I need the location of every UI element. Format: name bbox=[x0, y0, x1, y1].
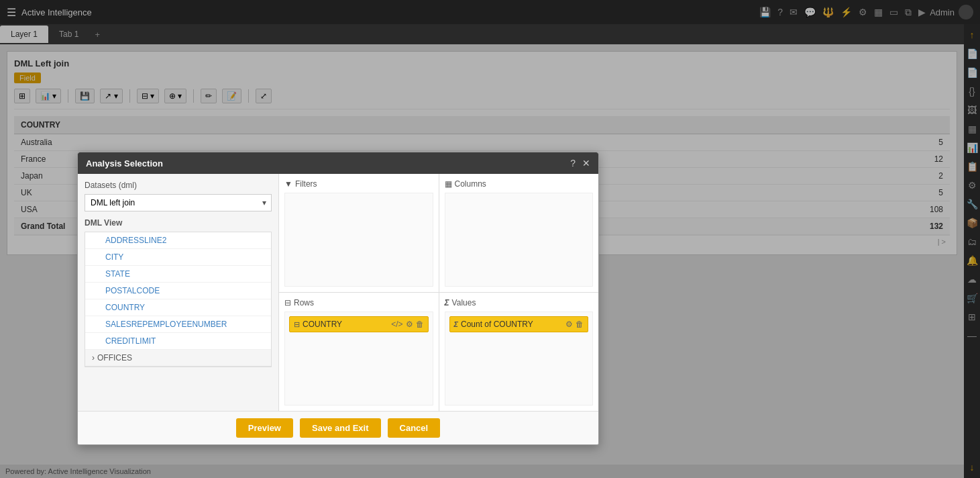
field-list: ADDRESSLINE2 CITY STATE POSTALCODE COUNT… bbox=[85, 232, 272, 367]
chip-value-settings-icon[interactable]: ⚙ bbox=[565, 320, 573, 329]
values-panel: Σ Values Σ Count of COUNTRY ⚙ 🗑 bbox=[439, 293, 599, 411]
values-drop-area[interactable]: Σ Count of COUNTRY ⚙ 🗑 bbox=[445, 312, 594, 405]
filters-panel: ▼ Filters bbox=[279, 174, 439, 292]
modal-title: Analysis Selection bbox=[86, 158, 163, 169]
values-chip-count-country: Σ Count of COUNTRY ⚙ 🗑 bbox=[449, 316, 589, 332]
field-item-postalcode[interactable]: POSTALCODE bbox=[85, 283, 271, 299]
dataset-panel: Datasets (dml) DML left join ▾ DML View … bbox=[78, 174, 279, 411]
chip-sigma-icon: Σ bbox=[454, 320, 459, 328]
values-label: Values bbox=[452, 298, 476, 307]
rows-panel: ⊟ Rows ⊟ COUNTRY </> ⚙ 🗑 bbox=[279, 293, 439, 411]
chip-value-actions: ⚙ 🗑 bbox=[565, 320, 584, 329]
dataset-select-wrapper: DML left join ▾ bbox=[85, 194, 272, 211]
filters-drop-area[interactable] bbox=[284, 193, 433, 287]
rows-drop-area[interactable]: ⊟ COUNTRY </> ⚙ 🗑 bbox=[284, 312, 433, 405]
chip-actions: </> ⚙ 🗑 bbox=[391, 320, 423, 329]
modal-close-icon[interactable]: ✕ bbox=[582, 158, 590, 169]
chip-count-country-label: Count of COUNTRY bbox=[461, 320, 563, 329]
field-group-offices[interactable]: › OFFICES bbox=[85, 350, 271, 367]
field-item-creditlimit[interactable]: CREDITLIMIT bbox=[85, 333, 271, 350]
preview-button[interactable]: Preview bbox=[236, 418, 293, 438]
chevron-right-icon: › bbox=[92, 353, 95, 363]
rows-chip-country: ⊟ COUNTRY </> ⚙ 🗑 bbox=[289, 316, 429, 332]
rows-label: Rows bbox=[294, 298, 314, 307]
columns-grid-icon: ▦ bbox=[445, 179, 452, 189]
rows-icon: ⊟ bbox=[284, 298, 291, 307]
field-item-addressline2[interactable]: ADDRESSLINE2 bbox=[85, 232, 271, 249]
top-panels: ▼ Filters ▦ Columns bbox=[279, 174, 598, 293]
chip-value-delete-icon[interactable]: 🗑 bbox=[576, 320, 584, 329]
columns-panel: ▦ Columns bbox=[439, 174, 599, 292]
filters-header: ▼ Filters bbox=[284, 179, 433, 189]
sigma-icon: Σ bbox=[445, 298, 449, 307]
dataset-select[interactable]: DML left join bbox=[85, 194, 272, 211]
field-item-state[interactable]: STATE bbox=[85, 266, 271, 283]
filter-icon: ▼ bbox=[284, 179, 292, 189]
values-header: Σ Values bbox=[445, 298, 594, 307]
columns-label: Columns bbox=[455, 179, 486, 189]
group-label: OFFICES bbox=[97, 353, 132, 363]
modal-body: Datasets (dml) DML left join ▾ DML View … bbox=[78, 174, 598, 411]
analysis-selection-modal: Analysis Selection ? ✕ Datasets (dml) DM… bbox=[77, 152, 599, 445]
columns-drop-area[interactable] bbox=[445, 193, 594, 287]
field-item-city[interactable]: CITY bbox=[85, 249, 271, 266]
filters-label: Filters bbox=[295, 179, 317, 189]
datasets-label: Datasets (dml) bbox=[85, 181, 272, 190]
columns-header: ▦ Columns bbox=[445, 179, 594, 189]
field-item-country[interactable]: COUNTRY bbox=[85, 299, 271, 316]
field-item-salesrep[interactable]: SALESREPEMPLOYEENUMBER bbox=[85, 316, 271, 333]
modal-header: Analysis Selection ? ✕ bbox=[78, 152, 598, 174]
cancel-button[interactable]: Cancel bbox=[388, 418, 441, 438]
save-and-exit-button[interactable]: Save and Exit bbox=[300, 418, 381, 438]
chip-country-label: COUNTRY bbox=[303, 320, 388, 329]
modal-help-icon[interactable]: ? bbox=[570, 158, 576, 169]
chip-code-icon[interactable]: </> bbox=[391, 320, 402, 329]
bottom-panels: ⊟ Rows ⊟ COUNTRY </> ⚙ 🗑 bbox=[279, 293, 598, 411]
rows-header: ⊟ Rows bbox=[284, 298, 433, 307]
right-panels: ▼ Filters ▦ Columns bbox=[279, 174, 598, 411]
modal-footer: Preview Save and Exit Cancel bbox=[78, 411, 598, 444]
chip-delete-icon[interactable]: 🗑 bbox=[416, 320, 424, 329]
dml-view-label: DML View bbox=[85, 218, 272, 228]
chip-settings-icon[interactable]: ⚙ bbox=[406, 320, 413, 329]
chip-table-icon: ⊟ bbox=[294, 320, 300, 329]
modal-header-icons: ? ✕ bbox=[570, 158, 590, 169]
